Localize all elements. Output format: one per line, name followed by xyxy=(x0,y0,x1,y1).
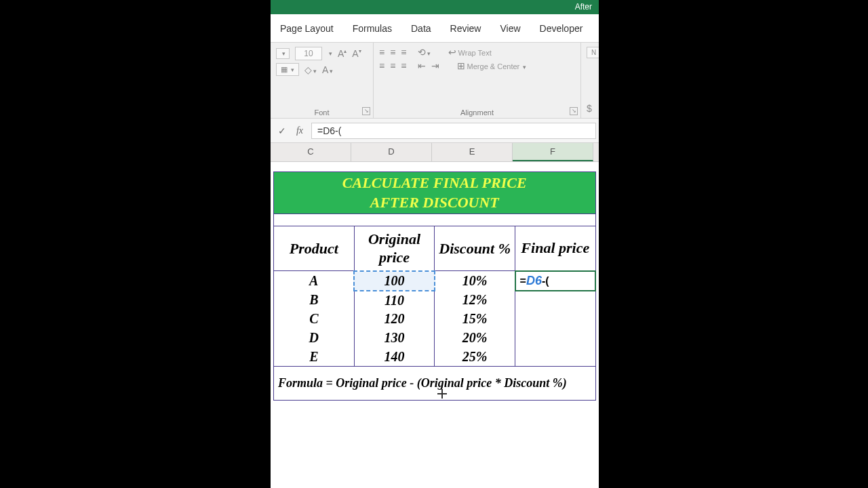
cell-final[interactable] xyxy=(515,348,595,367)
font-dialog-launcher[interactable]: ↘ xyxy=(362,107,370,115)
cell-product[interactable]: D xyxy=(274,329,355,348)
cell-product[interactable]: E xyxy=(274,348,355,367)
table-row: B 110 12% xyxy=(274,291,596,310)
alignment-group-label: Alignment xyxy=(379,108,575,117)
column-header-e[interactable]: E xyxy=(432,143,513,161)
tab-formulas[interactable]: Formulas xyxy=(353,23,392,34)
cell-original[interactable]: 120 xyxy=(354,310,435,329)
cell-final[interactable] xyxy=(515,329,595,348)
formula-bar: ✓ fx xyxy=(271,119,599,143)
cell-discount[interactable]: 12% xyxy=(435,291,515,310)
wrap-text-button[interactable]: ↩ Wrap Text xyxy=(448,47,492,58)
ribbon: ▾ 10▾ A▴ A▾ ▦▾ ◇▾ A▾ Font ↘ ≡ ≡ ≡ xyxy=(271,43,599,119)
header-discount[interactable]: Discount % xyxy=(435,226,515,271)
alignment-dialog-launcher[interactable]: ↘ xyxy=(570,107,578,115)
table-row: D 130 20% xyxy=(274,329,596,348)
cell-discount[interactable]: 15% xyxy=(435,310,515,329)
cell-original[interactable]: 110 xyxy=(354,291,435,310)
currency-icon[interactable]: $ xyxy=(587,103,592,114)
cell-original[interactable]: 140 xyxy=(354,348,435,367)
sheet-title: CALCULATE FINAL PRICE AFTER DISCOUNT xyxy=(274,172,596,214)
title-text: After xyxy=(575,2,592,12)
ribbon-group-number: N $ xyxy=(581,43,599,118)
column-header-d[interactable]: D xyxy=(351,143,432,161)
cell-original[interactable]: 130 xyxy=(354,329,435,348)
sheet-area[interactable]: CALCULATE FINAL PRICE AFTER DISCOUNT Pro… xyxy=(271,162,599,401)
excel-window: After Page Layout Formulas Data Review V… xyxy=(271,0,599,488)
font-color-button[interactable]: A▾ xyxy=(322,64,333,75)
borders-button[interactable]: ▦▾ xyxy=(276,63,299,76)
cancel-button[interactable]: ✓ xyxy=(273,125,291,136)
align-left-icon[interactable]: ≡ xyxy=(379,60,384,71)
cell-discount[interactable]: 10% xyxy=(435,271,515,291)
shrink-font-icon[interactable]: A▾ xyxy=(352,48,361,59)
align-middle-icon[interactable]: ≡ xyxy=(390,47,395,58)
table-row: E 140 25% xyxy=(274,348,596,367)
cell-product[interactable]: C xyxy=(274,310,355,329)
orientation-icon[interactable]: ⟲▾ xyxy=(418,47,431,58)
align-right-icon[interactable]: ≡ xyxy=(401,60,406,71)
title-bar: After xyxy=(271,0,599,14)
number-format-dropdown[interactable]: N xyxy=(587,47,599,58)
formula-input[interactable] xyxy=(311,123,596,139)
table-row: A 100 10% =D6-( xyxy=(274,271,596,291)
table-row: C 120 15% xyxy=(274,310,596,329)
header-product[interactable]: Product xyxy=(274,226,355,271)
spacer xyxy=(274,214,596,226)
font-size-input[interactable]: 10 xyxy=(295,47,322,60)
ribbon-group-font: ▾ 10▾ A▴ A▾ ▦▾ ◇▾ A▾ Font ↘ xyxy=(271,43,374,118)
merge-icon: ⊞ xyxy=(457,60,465,71)
cell-f6-editing[interactable]: =D6-( xyxy=(515,271,595,291)
column-headers: C D E F xyxy=(271,143,599,162)
font-family-dropdown[interactable]: ▾ xyxy=(276,48,290,59)
data-table: CALCULATE FINAL PRICE AFTER DISCOUNT Pro… xyxy=(273,171,596,401)
ribbon-tabs: Page Layout Formulas Data Review View De… xyxy=(271,14,599,43)
increase-indent-icon[interactable]: ⇥ xyxy=(431,60,439,71)
decrease-indent-icon[interactable]: ⇤ xyxy=(418,60,426,71)
header-final[interactable]: Final price xyxy=(515,226,595,271)
align-top-icon[interactable]: ≡ xyxy=(379,47,384,58)
font-group-label: Font xyxy=(276,108,368,117)
cell-final[interactable] xyxy=(515,310,595,329)
formula-note[interactable]: Formula = Original price - (Original pri… xyxy=(274,367,596,401)
fill-color-button[interactable]: ◇▾ xyxy=(304,64,317,75)
cell-final[interactable] xyxy=(515,291,595,310)
header-original[interactable]: Original price xyxy=(354,226,435,271)
cell-d6-referenced[interactable]: 100 xyxy=(354,271,435,291)
wrap-text-icon: ↩ xyxy=(448,47,456,58)
tab-developer[interactable]: Developer xyxy=(540,23,583,34)
ribbon-group-alignment: ≡ ≡ ≡ ⟲▾ ↩ Wrap Text ≡ ≡ ≡ ⇤ ⇥ ⊞ xyxy=(374,43,581,118)
merge-center-button[interactable]: ⊞ Merge & Center ▾ xyxy=(457,60,527,71)
fx-icon[interactable]: fx xyxy=(291,125,309,136)
cell-discount[interactable]: 20% xyxy=(435,329,515,348)
align-bottom-icon[interactable]: ≡ xyxy=(401,47,406,58)
cell-product[interactable]: A xyxy=(274,271,355,291)
align-center-icon[interactable]: ≡ xyxy=(390,60,395,71)
cell-discount[interactable]: 25% xyxy=(435,348,515,367)
cell-product[interactable]: B xyxy=(274,291,355,310)
tab-data[interactable]: Data xyxy=(411,23,431,34)
column-header-c[interactable]: C xyxy=(271,143,351,161)
column-header-f[interactable]: F xyxy=(513,143,593,161)
tab-view[interactable]: View xyxy=(500,23,520,34)
grow-font-icon[interactable]: A▴ xyxy=(338,48,347,59)
tab-page-layout[interactable]: Page Layout xyxy=(280,23,334,34)
tab-review[interactable]: Review xyxy=(450,23,481,34)
